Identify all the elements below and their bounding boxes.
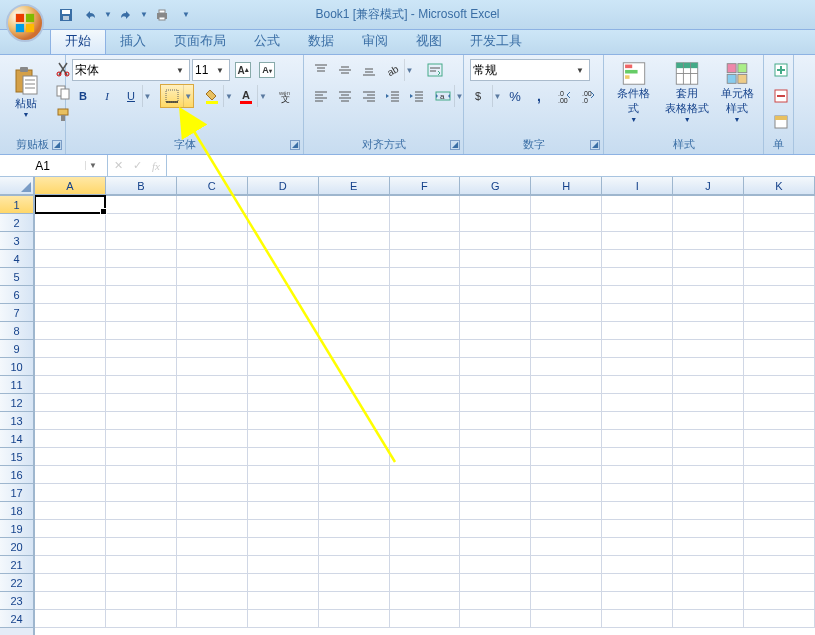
cell[interactable] bbox=[531, 610, 602, 628]
tab-view[interactable]: 视图 bbox=[402, 28, 456, 54]
cell[interactable] bbox=[106, 610, 177, 628]
cell[interactable] bbox=[35, 430, 106, 448]
cell[interactable] bbox=[319, 520, 390, 538]
cell[interactable] bbox=[460, 304, 531, 322]
cell[interactable] bbox=[673, 484, 744, 502]
underline-button[interactable]: U bbox=[120, 85, 142, 107]
cell[interactable] bbox=[390, 610, 461, 628]
cell[interactable] bbox=[35, 214, 106, 232]
cell[interactable] bbox=[602, 538, 673, 556]
cell[interactable] bbox=[248, 196, 319, 214]
cell[interactable] bbox=[319, 574, 390, 592]
cell[interactable] bbox=[673, 214, 744, 232]
cell[interactable] bbox=[390, 412, 461, 430]
cell[interactable] bbox=[460, 250, 531, 268]
cell[interactable] bbox=[177, 358, 248, 376]
cell[interactable] bbox=[35, 610, 106, 628]
cell[interactable] bbox=[531, 394, 602, 412]
cell[interactable] bbox=[177, 448, 248, 466]
cell[interactable] bbox=[602, 502, 673, 520]
cell[interactable] bbox=[177, 484, 248, 502]
bold-button[interactable]: B bbox=[72, 85, 94, 107]
cell[interactable] bbox=[744, 520, 815, 538]
cell[interactable] bbox=[744, 376, 815, 394]
cell[interactable] bbox=[390, 466, 461, 484]
row-header[interactable]: 23 bbox=[0, 592, 33, 610]
row-header[interactable]: 8 bbox=[0, 322, 33, 340]
cell[interactable] bbox=[531, 232, 602, 250]
font-size-combo[interactable]: 11▼ bbox=[192, 59, 230, 81]
cell[interactable] bbox=[744, 268, 815, 286]
cell[interactable] bbox=[177, 412, 248, 430]
cell[interactable] bbox=[673, 232, 744, 250]
cell[interactable] bbox=[177, 268, 248, 286]
cell[interactable] bbox=[35, 412, 106, 430]
cell[interactable] bbox=[106, 196, 177, 214]
column-header[interactable]: F bbox=[390, 177, 461, 194]
cell[interactable] bbox=[744, 232, 815, 250]
cell[interactable] bbox=[460, 430, 531, 448]
cell[interactable] bbox=[177, 430, 248, 448]
cell[interactable] bbox=[248, 304, 319, 322]
cell[interactable] bbox=[602, 304, 673, 322]
cell[interactable] bbox=[177, 232, 248, 250]
cell[interactable] bbox=[35, 502, 106, 520]
cell[interactable] bbox=[319, 286, 390, 304]
font-color-icon[interactable]: A bbox=[235, 85, 257, 107]
row-header[interactable]: 15 bbox=[0, 448, 33, 466]
cell[interactable] bbox=[673, 556, 744, 574]
row-header[interactable]: 19 bbox=[0, 520, 33, 538]
row-header[interactable]: 10 bbox=[0, 358, 33, 376]
cell[interactable] bbox=[177, 556, 248, 574]
alignment-dialog-launcher[interactable]: ◢ bbox=[450, 140, 460, 150]
cell[interactable] bbox=[673, 412, 744, 430]
cell[interactable] bbox=[319, 502, 390, 520]
insert-cells-icon[interactable] bbox=[770, 59, 792, 81]
cell[interactable] bbox=[602, 412, 673, 430]
cell[interactable] bbox=[35, 376, 106, 394]
cell[interactable] bbox=[531, 376, 602, 394]
cell[interactable] bbox=[531, 556, 602, 574]
cell[interactable] bbox=[531, 592, 602, 610]
cell[interactable] bbox=[390, 340, 461, 358]
column-header[interactable]: D bbox=[248, 177, 319, 194]
align-middle-icon[interactable] bbox=[334, 59, 356, 81]
row-header[interactable]: 3 bbox=[0, 232, 33, 250]
cell[interactable] bbox=[744, 538, 815, 556]
cell[interactable] bbox=[248, 520, 319, 538]
cell[interactable] bbox=[744, 574, 815, 592]
cell[interactable] bbox=[390, 268, 461, 286]
cell[interactable] bbox=[673, 574, 744, 592]
cell[interactable] bbox=[460, 520, 531, 538]
column-header[interactable]: G bbox=[460, 177, 531, 194]
cell[interactable] bbox=[390, 250, 461, 268]
cell[interactable] bbox=[460, 574, 531, 592]
cell[interactable] bbox=[106, 322, 177, 340]
cell[interactable] bbox=[744, 394, 815, 412]
cell[interactable] bbox=[673, 592, 744, 610]
column-header[interactable]: H bbox=[531, 177, 602, 194]
cell[interactable] bbox=[602, 574, 673, 592]
grow-font-icon[interactable]: A▴ bbox=[232, 59, 254, 81]
cell[interactable] bbox=[177, 322, 248, 340]
redo-icon[interactable] bbox=[116, 5, 136, 25]
row-header[interactable]: 21 bbox=[0, 556, 33, 574]
cell[interactable] bbox=[531, 466, 602, 484]
cell[interactable] bbox=[106, 448, 177, 466]
align-right-icon[interactable] bbox=[358, 85, 380, 107]
cell[interactable] bbox=[390, 304, 461, 322]
cell[interactable] bbox=[35, 556, 106, 574]
cell[interactable] bbox=[177, 520, 248, 538]
cell[interactable] bbox=[744, 214, 815, 232]
office-button[interactable] bbox=[6, 4, 44, 42]
cell[interactable] bbox=[177, 376, 248, 394]
cell[interactable] bbox=[460, 232, 531, 250]
phonetic-icon[interactable]: wén文 bbox=[275, 85, 297, 107]
cell[interactable] bbox=[531, 358, 602, 376]
accounting-format-icon[interactable]: $ bbox=[470, 85, 492, 107]
cell[interactable] bbox=[460, 484, 531, 502]
fill-color-dropdown[interactable]: ▼ bbox=[223, 85, 233, 107]
cell[interactable] bbox=[390, 376, 461, 394]
cell[interactable] bbox=[248, 466, 319, 484]
cell[interactable] bbox=[248, 268, 319, 286]
